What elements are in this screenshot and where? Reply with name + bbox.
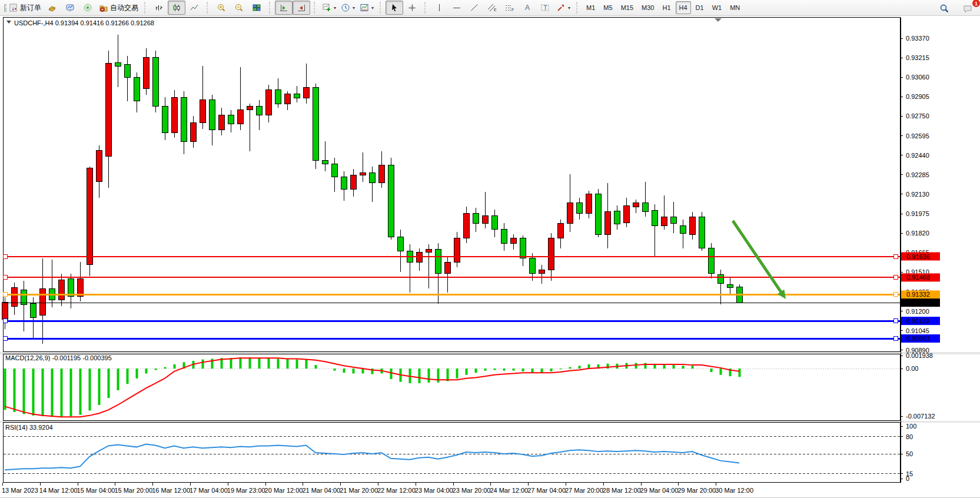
hline-handle[interactable] xyxy=(894,275,898,280)
tile-windows-button[interactable] xyxy=(248,1,265,15)
timeframe-button-m5[interactable]: M5 xyxy=(600,1,616,14)
time-tick-label: 21 Mar 20:00 xyxy=(340,487,378,494)
notifications-button[interactable]: 1 xyxy=(959,1,976,15)
auto-trading-label: 自动交易 xyxy=(110,3,138,13)
hline-handle[interactable] xyxy=(4,293,8,297)
zoom-out-icon xyxy=(234,3,244,12)
macd-axis-label: -0.007132 xyxy=(906,413,935,420)
timeframe-button-mn[interactable]: MN xyxy=(726,1,743,14)
arrow-objects-icon xyxy=(556,3,566,12)
macd-axis-label: 0.001938 xyxy=(906,352,933,359)
timeframe-button-m15[interactable]: M15 xyxy=(617,1,637,14)
bear-candle xyxy=(529,258,535,274)
bar-chart-mode-button[interactable] xyxy=(150,1,168,15)
text-tool-button[interactable]: A xyxy=(519,1,536,15)
bull-candle xyxy=(567,203,573,223)
bull-candle xyxy=(463,213,469,238)
timeframe-button-h4[interactable]: H4 xyxy=(676,1,691,14)
auto-scroll-icon xyxy=(279,3,288,12)
bear-candle xyxy=(134,77,139,101)
hline-handle[interactable] xyxy=(4,275,8,280)
price-tag-label: 0.91123 xyxy=(906,317,929,324)
hline-handle[interactable] xyxy=(894,293,898,297)
rsi-axis-label: 50 xyxy=(906,450,913,457)
bear-candle xyxy=(397,237,403,251)
crosshair-icon xyxy=(407,3,417,12)
vertical-line-tool-button[interactable] xyxy=(430,1,448,15)
vertical-line-icon xyxy=(434,3,444,12)
toolbar-separator xyxy=(314,2,317,14)
gold-bars-icon xyxy=(48,3,57,12)
bear-candle xyxy=(670,217,676,223)
bear-candle xyxy=(181,97,187,141)
zoom-in-button[interactable] xyxy=(212,1,230,15)
hline-handle[interactable] xyxy=(4,337,8,341)
auto-trading-icon xyxy=(99,3,108,12)
price-tick-label: 0.93370 xyxy=(906,35,929,42)
search-button[interactable] xyxy=(935,1,953,15)
candlestick-icon xyxy=(172,3,181,12)
bull-candle xyxy=(200,100,205,122)
hline-handle[interactable] xyxy=(4,319,8,323)
hline-handle[interactable] xyxy=(894,337,898,341)
bear-candle xyxy=(313,87,318,160)
bear-candle xyxy=(699,217,705,248)
toolbar-separator xyxy=(424,2,428,14)
bear-candle xyxy=(501,230,507,244)
bear-candle xyxy=(652,211,657,226)
bull-candle xyxy=(604,212,610,234)
terminal-button[interactable] xyxy=(61,1,79,15)
candlestick-mode-button[interactable] xyxy=(168,1,185,15)
timeframe-button-h1[interactable]: H1 xyxy=(659,1,674,14)
trendline-tool-button[interactable] xyxy=(466,1,483,15)
bull-candle xyxy=(237,110,243,124)
market-depth-button[interactable] xyxy=(44,1,61,15)
bull-candle xyxy=(265,90,271,115)
bear-candle xyxy=(708,248,714,274)
equidistant-channel-tool-button[interactable]: E xyxy=(483,1,501,15)
fibonacci-tool-button[interactable]: F xyxy=(501,1,519,15)
text-label-tool-button[interactable]: T xyxy=(536,1,554,15)
time-tick-label: 20 Mar 12:00 xyxy=(265,487,303,494)
new-order-button[interactable]: 新订单 xyxy=(6,1,44,15)
bull-candle xyxy=(303,87,309,98)
bear-candle xyxy=(294,94,300,98)
bear-candle xyxy=(209,100,215,130)
timeframe-button-m1[interactable]: M1 xyxy=(583,1,599,14)
line-chart-mode-button[interactable] xyxy=(185,1,203,15)
timeframe-button-d1[interactable]: D1 xyxy=(692,1,707,14)
bull-candle xyxy=(661,217,667,225)
line-chart-icon xyxy=(190,3,199,12)
crosshair-tool-button[interactable] xyxy=(403,1,421,15)
signals-button[interactable] xyxy=(79,1,97,15)
bull-candle xyxy=(454,238,460,263)
horizontal-line-tool-button[interactable] xyxy=(448,1,466,15)
time-tick-label: 16 Mar 12:00 xyxy=(152,487,190,494)
rsi-panel xyxy=(4,423,901,483)
text-label-icon: T xyxy=(540,3,550,12)
time-tick-label: 28 Mar 12:00 xyxy=(603,487,641,494)
chart-shift-button[interactable] xyxy=(293,1,310,15)
arrows-tool-button[interactable]: ▾ xyxy=(554,1,573,15)
periods-button[interactable]: ▾ xyxy=(338,1,357,15)
chart-shift-icon xyxy=(297,3,306,12)
zoom-out-button[interactable] xyxy=(230,1,248,15)
timeframe-button-w1[interactable]: W1 xyxy=(709,1,726,14)
macd-axis-label: 0.00 xyxy=(906,365,918,372)
cursor-tool-button[interactable] xyxy=(386,1,403,15)
auto-scroll-button[interactable] xyxy=(275,1,293,15)
bull-candle xyxy=(247,106,253,109)
templates-button[interactable]: ▾ xyxy=(357,1,376,15)
hline-handle[interactable] xyxy=(894,254,898,258)
panel-separator[interactable] xyxy=(0,352,980,354)
auto-trading-button[interactable]: 自动交易 xyxy=(97,1,141,15)
chart-canvas: 0.933700.932150.930600.929050.927500.925… xyxy=(0,16,980,498)
hline-handle[interactable] xyxy=(894,319,898,323)
hline-handle[interactable] xyxy=(4,254,8,258)
svg-text:T: T xyxy=(544,5,547,11)
horizontal-line-icon xyxy=(452,3,461,12)
indicators-button[interactable]: ▾ xyxy=(320,1,338,15)
timeframe-button-m30[interactable]: M30 xyxy=(638,1,657,14)
bear-candle xyxy=(369,173,375,183)
timeframe-button-group: M1M5M15M30H1H4D1W1MN xyxy=(582,1,744,14)
